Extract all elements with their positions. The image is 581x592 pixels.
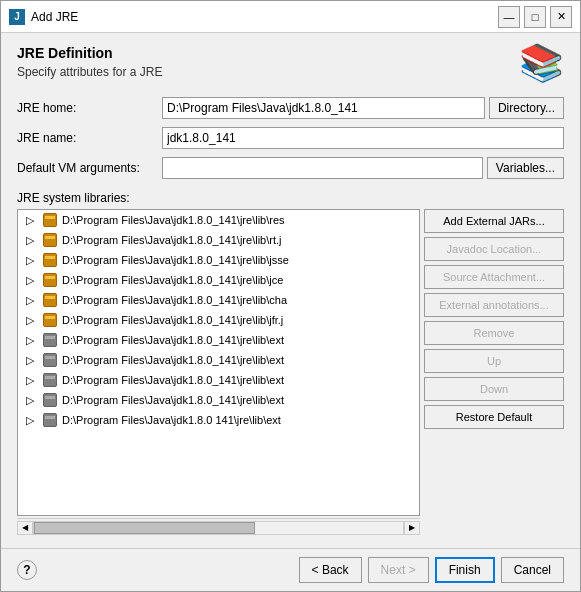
expand-icon: ▷ (22, 292, 38, 308)
lib-path: D:\Program Files\Java\jdk1.8.0_141\jre\l… (62, 214, 285, 226)
dialog-title: JRE Definition (17, 45, 162, 61)
javadoc-location-button[interactable]: Javadoc Location... (424, 237, 564, 261)
lib-path: D:\Program Files\Java\jdk1.8.0_141\jre\l… (62, 254, 289, 266)
default-vm-input[interactable] (162, 157, 483, 179)
jre-home-input[interactable] (162, 97, 485, 119)
expand-icon: ▷ (22, 272, 38, 288)
jar-icon-gray (42, 332, 58, 348)
window: J Add JRE — □ ✕ JRE Definition Specify a… (0, 0, 581, 592)
scroll-left-arrow[interactable]: ◀ (17, 521, 33, 535)
default-vm-label: Default VM arguments: (17, 161, 162, 175)
directory-button[interactable]: Directory... (489, 97, 564, 119)
lib-path: D:\Program Files\Java\jdk1.8.0_141\jre\l… (62, 334, 284, 346)
list-item[interactable]: ▷ D:\Program Files\Java\jdk1.8.0_141\jre… (18, 270, 419, 290)
jar-icon (42, 252, 58, 268)
finish-button[interactable]: Finish (435, 557, 495, 583)
list-item[interactable]: ▷ D:\Program Files\Java\jdk1.8.0_141\jre… (18, 330, 419, 350)
minimize-button[interactable]: — (498, 6, 520, 28)
list-item[interactable]: ▷ D:\Program Files\Java\jdk1.8.0_141\jre… (18, 230, 419, 250)
close-button[interactable]: ✕ (550, 6, 572, 28)
expand-icon: ▷ (22, 372, 38, 388)
list-item[interactable]: ▷ D:\Program Files\Java\jdk1.8.0_141\jre… (18, 210, 419, 230)
list-item[interactable]: ▷ D:\Program Files\Java\jdk1.8.0_141\jre… (18, 390, 419, 410)
header-icon: 📚 (519, 45, 564, 81)
jar-icon (42, 272, 58, 288)
expand-icon: ▷ (22, 352, 38, 368)
restore-default-button[interactable]: Restore Default (424, 405, 564, 429)
list-item[interactable]: ▷ D:\Program Files\Java\jdk1.8.0_141\jre… (18, 310, 419, 330)
jre-home-label: JRE home: (17, 101, 162, 115)
jre-name-row: JRE name: (17, 127, 564, 149)
libraries-section: ▷ D:\Program Files\Java\jdk1.8.0_141\jre… (17, 209, 564, 536)
expand-icon: ▷ (22, 252, 38, 268)
title-bar: J Add JRE — □ ✕ (1, 1, 580, 33)
jar-icon-gray (42, 372, 58, 388)
dialog-footer: ? < Back Next > Finish Cancel (1, 548, 580, 591)
remove-button[interactable]: Remove (424, 321, 564, 345)
lib-path: D:\Program Files\Java\jdk1.8.0_141\jre\l… (62, 234, 281, 246)
jar-icon (42, 312, 58, 328)
horizontal-scrollbar[interactable]: ◀ ▶ (17, 518, 420, 536)
down-button[interactable]: Down (424, 377, 564, 401)
add-external-jars-button[interactable]: Add External JARs... (424, 209, 564, 233)
list-item[interactable]: ▷ D:\Program Files\Java\jdk1.8.0_141\jre… (18, 250, 419, 270)
maximize-button[interactable]: □ (524, 6, 546, 28)
lib-path: D:\Program Files\Java\jdk1.8.0 141\jre\l… (62, 414, 281, 426)
jar-icon-gray (42, 412, 58, 428)
window-title: Add JRE (31, 10, 498, 24)
header-text: JRE Definition Specify attributes for a … (17, 45, 162, 79)
list-item[interactable]: ▷ D:\Program Files\Java\jdk1.8.0 141\jre… (18, 410, 419, 430)
jre-home-row: JRE home: Directory... (17, 97, 564, 119)
default-vm-row: Default VM arguments: Variables... (17, 157, 564, 179)
h-scroll-track[interactable] (33, 521, 404, 535)
library-buttons: Add External JARs... Javadoc Location...… (424, 209, 564, 536)
lib-path: D:\Program Files\Java\jdk1.8.0_141\jre\l… (62, 354, 284, 366)
expand-icon: ▷ (22, 232, 38, 248)
dialog-subtitle: Specify attributes for a JRE (17, 65, 162, 79)
up-button[interactable]: Up (424, 349, 564, 373)
jar-icon-gray (42, 392, 58, 408)
help-button[interactable]: ? (17, 560, 37, 580)
lib-path: D:\Program Files\Java\jdk1.8.0_141\jre\l… (62, 374, 284, 386)
jar-icon (42, 292, 58, 308)
title-bar-controls: — □ ✕ (498, 6, 572, 28)
list-item[interactable]: ▷ D:\Program Files\Java\jdk1.8.0_141\jre… (18, 350, 419, 370)
lib-path: D:\Program Files\Java\jdk1.8.0_141\jre\l… (62, 314, 283, 326)
back-button[interactable]: < Back (299, 557, 362, 583)
jar-icon (42, 232, 58, 248)
external-annotations-button[interactable]: External annotations... (424, 293, 564, 317)
cancel-button[interactable]: Cancel (501, 557, 564, 583)
window-icon: J (9, 9, 25, 25)
libraries-list[interactable]: ▷ D:\Program Files\Java\jdk1.8.0_141\jre… (17, 209, 420, 516)
expand-icon: ▷ (22, 412, 38, 428)
source-attachment-button[interactable]: Source Attachment... (424, 265, 564, 289)
jar-icon-gray (42, 352, 58, 368)
dialog-content: JRE Definition Specify attributes for a … (1, 33, 580, 548)
system-libraries-label: JRE system libraries: (17, 191, 564, 205)
expand-icon: ▷ (22, 312, 38, 328)
h-scroll-thumb[interactable] (34, 522, 255, 534)
expand-icon: ▷ (22, 332, 38, 348)
expand-icon: ▷ (22, 212, 38, 228)
lib-path: D:\Program Files\Java\jdk1.8.0_141\jre\l… (62, 274, 283, 286)
jar-icon (42, 212, 58, 228)
list-item[interactable]: ▷ D:\Program Files\Java\jdk1.8.0_141\jre… (18, 370, 419, 390)
expand-icon: ▷ (22, 392, 38, 408)
list-item[interactable]: ▷ D:\Program Files\Java\jdk1.8.0_141\jre… (18, 290, 419, 310)
next-button[interactable]: Next > (368, 557, 429, 583)
lib-path: D:\Program Files\Java\jdk1.8.0_141\jre\l… (62, 294, 287, 306)
jre-name-label: JRE name: (17, 131, 162, 145)
scroll-right-arrow[interactable]: ▶ (404, 521, 420, 535)
lib-path: D:\Program Files\Java\jdk1.8.0_141\jre\l… (62, 394, 284, 406)
jre-name-input[interactable] (162, 127, 564, 149)
variables-button[interactable]: Variables... (487, 157, 564, 179)
header-section: JRE Definition Specify attributes for a … (17, 45, 564, 81)
